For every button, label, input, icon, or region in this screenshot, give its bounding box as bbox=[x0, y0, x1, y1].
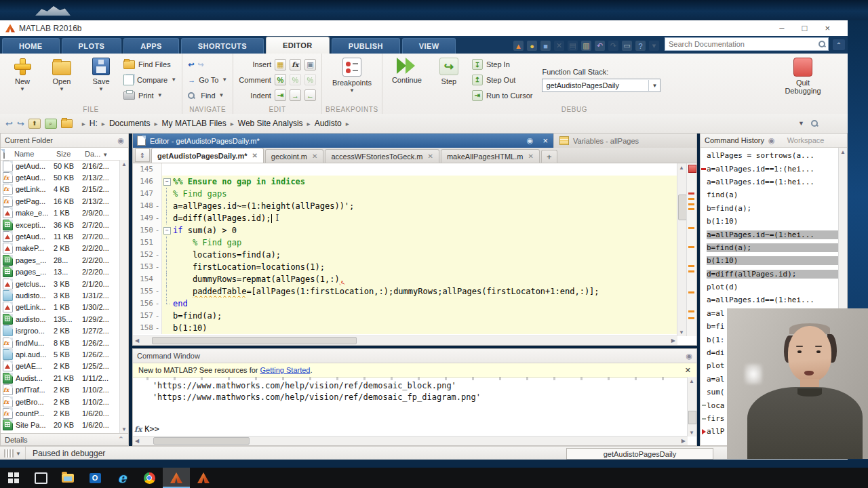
code-warning-marker[interactable] bbox=[688, 208, 694, 210]
toolstrip-tab-view[interactable]: VIEW bbox=[402, 38, 456, 54]
tab-close-icon[interactable]: ✕ bbox=[428, 152, 433, 160]
step-button[interactable]: ↪ Step bbox=[435, 56, 462, 104]
back-icon[interactable]: ↩ bbox=[5, 119, 13, 129]
go-to-button[interactable]: → Go To ▼ bbox=[188, 74, 227, 85]
file-list-item[interactable]: Site Pa...20 KB1/6/20... bbox=[1, 420, 120, 431]
status-grip[interactable]: ▼ bbox=[0, 447, 26, 460]
file-list-item[interactable]: Audist...21 KB1/11/2... bbox=[1, 372, 120, 384]
file-list-item[interactable]: getAud...50 KB2/13/2... bbox=[1, 171, 120, 183]
tab-strip-icon[interactable]: ⇕ bbox=[135, 148, 150, 162]
find-button[interactable]: Find ▼ bbox=[188, 89, 227, 101]
file-list-item[interactable]: getPag...16 KB2/13/2... bbox=[1, 195, 120, 207]
file-list-item[interactable]: getclus...3 KB2/1/20... bbox=[1, 278, 120, 289]
command-window-output[interactable]: 'https://www.mathworks.com/help/vision/r… bbox=[133, 377, 688, 436]
history-item[interactable]: b(1:10) bbox=[701, 215, 839, 228]
cut-icon[interactable]: ✕ bbox=[554, 41, 564, 51]
taskbar-task-view-icon[interactable] bbox=[27, 468, 54, 488]
search-icon[interactable] bbox=[818, 41, 825, 47]
panel-menu-icon[interactable]: ◉ bbox=[768, 136, 775, 145]
toolstrip-tab-publish[interactable]: PUBLISH bbox=[332, 38, 400, 54]
address-dropdown-icon[interactable]: ▼ bbox=[798, 120, 804, 127]
file-list-item[interactable]: make_e...1 KB2/9/20... bbox=[1, 207, 120, 219]
new-tab-button[interactable]: + bbox=[541, 150, 557, 163]
pane-menu-icon[interactable]: ◉ bbox=[527, 136, 534, 145]
file-list-item[interactable]: api.aud...5 KB1/26/2... bbox=[1, 348, 120, 360]
taskbar-start-icon[interactable] bbox=[0, 468, 27, 488]
file-list-item[interactable]: pages_...13...2/2/20... bbox=[1, 266, 120, 278]
taskbar-file-explorer-icon[interactable] bbox=[54, 468, 81, 488]
tab-close-icon[interactable]: ✕ bbox=[312, 152, 317, 160]
workspace-tab[interactable]: Workspace bbox=[787, 136, 825, 144]
error-indicator[interactable] bbox=[688, 165, 696, 173]
taskbar-outlook-icon[interactable]: O bbox=[81, 468, 108, 488]
breakpoints-button[interactable]: Breakpoints ▼ bbox=[328, 56, 376, 104]
editor-tab[interactable]: makeAllPagesHTML.m✕ bbox=[441, 149, 540, 163]
editor-horizontal-scrollbar[interactable]: ◀▶ bbox=[133, 336, 677, 345]
copy-icon[interactable]: ▤ bbox=[568, 41, 578, 51]
editor-tab[interactable]: getAudistoPagesDaily.m*✕ bbox=[151, 148, 264, 163]
history-item[interactable]: a=allPages.id~=(1:hei... bbox=[701, 228, 839, 241]
history-item[interactable]: d=diff(allPages.id); bbox=[701, 268, 839, 281]
code-warning-marker[interactable] bbox=[688, 310, 694, 312]
code-editor[interactable]: 145146−%% Ensure no gap in indices147% F… bbox=[133, 163, 677, 336]
quit-debugging-button[interactable]: Quit Debugging bbox=[781, 56, 825, 104]
address-search-icon[interactable] bbox=[811, 120, 818, 127]
code-warning-marker[interactable] bbox=[688, 203, 694, 205]
history-item[interactable]: plot(d) bbox=[701, 281, 839, 293]
wrap-comment-icon[interactable]: % bbox=[304, 74, 316, 85]
history-item[interactable]: allPages = sortrows(a... bbox=[701, 149, 839, 162]
code-warning-marker[interactable] bbox=[688, 270, 694, 272]
history-item[interactable]: b=find(a); bbox=[701, 241, 839, 254]
toolstrip-tab-editor[interactable]: EDITOR bbox=[266, 37, 330, 54]
history-item[interactable]: a=allPages.id==(1:hei... bbox=[701, 176, 839, 188]
code-warning-marker[interactable] bbox=[688, 198, 694, 200]
toolstrip-tab-apps[interactable]: APPS bbox=[123, 38, 179, 54]
save-icon[interactable]: ■ bbox=[540, 41, 551, 51]
maximize-button[interactable]: □ bbox=[802, 23, 808, 33]
breadcrumb-segment[interactable]: My MATLAB Files bbox=[162, 119, 226, 128]
run-to-cursor-button[interactable]: ⇥ Run to Cursor bbox=[472, 89, 532, 101]
breadcrumb-segment[interactable]: Documents bbox=[109, 119, 151, 128]
history-item[interactable]: find(a) bbox=[701, 188, 839, 201]
code-warning-marker[interactable] bbox=[688, 291, 694, 293]
file-list-item[interactable]: getLink...4 KB2/15/2... bbox=[1, 184, 120, 195]
column-date[interactable]: Da... ▼ bbox=[85, 150, 108, 158]
forward-icon[interactable]: ↪ bbox=[197, 60, 203, 69]
details-bar[interactable]: Details ⌃ bbox=[1, 433, 128, 445]
file-list-item[interactable]: audisto...3 KB1/31/2... bbox=[1, 289, 120, 301]
column-size[interactable]: Size bbox=[56, 150, 85, 158]
file-list-item[interactable]: pages_...28...2/2/20... bbox=[1, 254, 120, 266]
forward-icon[interactable]: ↪ bbox=[17, 119, 24, 129]
getting-started-link[interactable]: Getting Started bbox=[260, 366, 310, 374]
compare-button[interactable]: Compare ▼ bbox=[123, 74, 176, 85]
help-icon[interactable]: ? bbox=[635, 41, 646, 51]
taskbar-internet-explorer-icon[interactable]: e bbox=[108, 468, 136, 488]
more-icon[interactable]: ▾ bbox=[649, 41, 659, 51]
file-list-item[interactable]: getLink...1 KB1/30/2... bbox=[1, 302, 120, 313]
print-icon[interactable]: ▭ bbox=[622, 41, 632, 51]
code-warning-marker[interactable] bbox=[688, 265, 694, 267]
history-item[interactable]: a=allPages.id==1:(hei... bbox=[701, 162, 839, 175]
file-list-item[interactable]: excepti...36 KB2/7/20... bbox=[1, 219, 120, 230]
history-item[interactable]: a=allPages.id==(1:hei... bbox=[701, 293, 839, 306]
breadcrumb-segment[interactable]: Web Site Analysis bbox=[238, 119, 303, 128]
save-button[interactable]: Save ▼ bbox=[84, 56, 118, 104]
file-list-item[interactable]: isrgroo...2 KB1/27/2... bbox=[1, 325, 120, 336]
file-list-item[interactable]: getAE...2 KB1/25/2... bbox=[1, 361, 120, 372]
close-button[interactable]: × bbox=[825, 23, 830, 33]
file-list-item[interactable]: getAud...11 KB2/7/20... bbox=[1, 230, 120, 242]
fold-toggle-icon[interactable]: − bbox=[163, 178, 171, 186]
banner-close-icon[interactable]: ✕ bbox=[685, 366, 691, 375]
taskbar-chrome-icon[interactable] bbox=[136, 468, 163, 488]
fold-toggle-icon[interactable]: − bbox=[163, 227, 171, 235]
history-item[interactable]: b=find(a); bbox=[701, 202, 839, 215]
file-list-item[interactable]: getAud...50 KB2/16/2... bbox=[1, 160, 120, 171]
tab-close-icon[interactable]: ✕ bbox=[528, 152, 533, 160]
back-icon[interactable]: ↩ bbox=[188, 60, 194, 69]
search-input[interactable] bbox=[665, 40, 818, 48]
file-list-item[interactable]: countP...2 KB1/6/20... bbox=[1, 407, 120, 419]
command-window-horizontal-scrollbar[interactable]: ◀▶ bbox=[133, 436, 688, 445]
type-column-icon[interactable] bbox=[3, 149, 5, 159]
breadcrumb-segment[interactable]: Audisto bbox=[315, 119, 342, 128]
editor-vertical-scrollbar[interactable]: ▲ ▼ bbox=[677, 163, 687, 336]
